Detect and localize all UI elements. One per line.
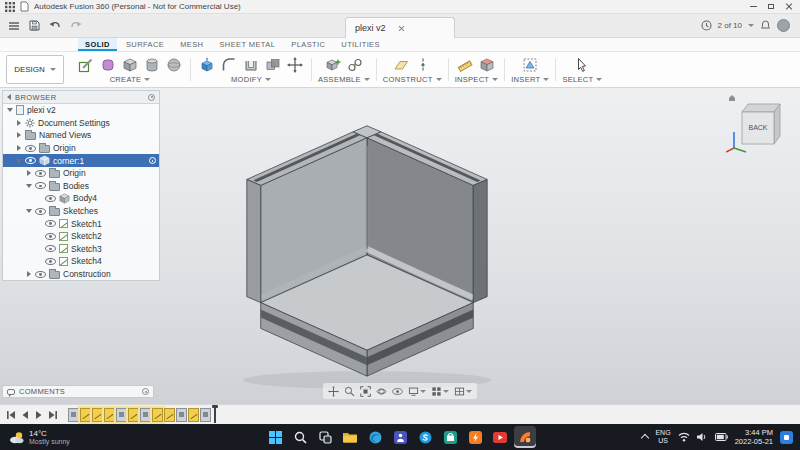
pan-button[interactable] — [326, 384, 341, 398]
browser-row-sketch1[interactable]: Sketch1 — [3, 217, 159, 230]
maximize-button[interactable] — [762, 0, 780, 13]
tab-mesh[interactable]: MESH — [173, 38, 210, 51]
close-button[interactable] — [780, 0, 798, 13]
expand-open-icon[interactable] — [25, 184, 32, 188]
expand-closed-icon[interactable] — [15, 145, 22, 151]
visibility-eye-icon[interactable] — [45, 195, 56, 202]
visibility-eye-icon[interactable] — [35, 208, 46, 215]
timeline-feature[interactable] — [116, 408, 127, 422]
file-menu-button[interactable] — [8, 21, 20, 31]
tab-sheet-metal[interactable]: SHEET METAL — [212, 38, 282, 51]
expand-open-icon[interactable] — [25, 209, 32, 213]
visibility-eye-icon[interactable] — [45, 220, 56, 227]
create-form-button[interactable] — [98, 55, 118, 74]
timeline-sketch[interactable] — [92, 408, 103, 422]
document-tab[interactable]: plexi v2 — [345, 17, 455, 38]
activate-component-radio[interactable] — [149, 157, 156, 164]
box-button[interactable] — [120, 55, 140, 74]
insert-button[interactable] — [520, 55, 540, 74]
modify-dropdown[interactable]: MODIFY — [231, 75, 271, 84]
document-tab-close-icon[interactable] — [398, 25, 405, 32]
language-indicator[interactable]: ENG US — [655, 429, 670, 446]
tab-solid[interactable]: SOLID — [78, 38, 117, 51]
timeline-feature[interactable] — [68, 408, 79, 422]
browser-row-sketches[interactable]: Sketches — [3, 205, 159, 218]
press-pull-button[interactable] — [197, 55, 217, 74]
visibility-eye-icon[interactable] — [35, 182, 46, 189]
fillet-button[interactable] — [219, 55, 239, 74]
skype-button[interactable] — [414, 426, 436, 448]
browser-row-sketch2[interactable]: Sketch2 — [3, 230, 159, 243]
timeline-position-marker[interactable] — [214, 406, 216, 423]
look-at-button[interactable] — [390, 384, 405, 398]
job-status-icon[interactable] — [701, 20, 712, 31]
browser-row-sketch4[interactable]: Sketch4 — [3, 255, 159, 268]
teams-button[interactable] — [389, 426, 411, 448]
insert-dropdown[interactable]: INSERT — [511, 75, 549, 84]
visibility-eye-icon[interactable] — [45, 258, 56, 265]
timeline-go-to-end-button[interactable] — [46, 408, 59, 422]
construction-axis-button[interactable] — [413, 55, 433, 74]
browser-row-corner-component[interactable]: corner:1 — [3, 154, 159, 167]
browser-row-construction[interactable]: Construction — [3, 268, 159, 281]
select-dropdown[interactable]: SELECT — [562, 75, 602, 84]
timeline-go-to-start-button[interactable] — [4, 408, 17, 422]
inspect-dropdown[interactable]: INSPECT — [455, 75, 499, 84]
tab-surface[interactable]: SURFACE — [119, 38, 171, 51]
visibility-eye-icon[interactable] — [25, 157, 36, 164]
create-dropdown[interactable]: CREATE — [110, 75, 151, 84]
measure-button[interactable] — [455, 55, 475, 74]
timeline-step-back-button[interactable] — [18, 408, 31, 422]
timeline-feature[interactable] — [176, 408, 187, 422]
expand-closed-icon[interactable] — [25, 271, 32, 277]
redo-button[interactable] — [70, 21, 82, 31]
save-button[interactable] — [29, 20, 40, 31]
nitro-button[interactable] — [464, 426, 486, 448]
move-button[interactable] — [285, 55, 305, 74]
zoom-button[interactable] — [342, 384, 357, 398]
user-avatar[interactable] — [777, 19, 790, 32]
section-analysis-button[interactable] — [477, 55, 497, 74]
weather-widget[interactable]: 14°C Mostly sunny — [0, 424, 79, 450]
view-cube[interactable]: BACK — [726, 92, 788, 154]
timeline-sketch[interactable] — [164, 408, 175, 422]
minimize-button[interactable] — [744, 0, 762, 13]
expand-open-icon[interactable] — [6, 108, 13, 112]
select-button[interactable] — [572, 55, 592, 74]
visibility-eye-icon[interactable] — [35, 170, 46, 177]
shell-button[interactable] — [241, 55, 261, 74]
battery-icon[interactable] — [715, 433, 728, 441]
expand-open-icon[interactable] — [15, 159, 22, 163]
clock[interactable]: 3:44 PM 2022-05-21 — [735, 428, 773, 447]
timeline-sketch[interactable] — [188, 408, 199, 422]
browser-row-origin[interactable]: Origin — [3, 142, 159, 155]
timeline-sketch[interactable] — [80, 408, 91, 422]
grid-settings-button[interactable] — [429, 384, 451, 398]
timeline-sketch[interactable] — [128, 408, 139, 422]
cylinder-button[interactable] — [142, 55, 162, 74]
model-corner-bracket[interactable] — [213, 100, 521, 392]
expand-closed-icon[interactable] — [15, 120, 22, 126]
tab-utilities[interactable]: UTILITIES — [334, 38, 387, 51]
panel-options-icon[interactable] — [142, 388, 149, 395]
fit-button[interactable] — [358, 384, 373, 398]
volume-icon[interactable] — [697, 432, 708, 442]
visibility-eye-icon[interactable] — [45, 233, 56, 240]
visibility-eye-icon[interactable] — [35, 271, 46, 278]
notification-bell-icon[interactable] — [760, 20, 771, 31]
orbit-button[interactable] — [374, 384, 389, 398]
timeline-sketch[interactable] — [104, 408, 115, 422]
tab-plastic[interactable]: PLASTIC — [284, 38, 332, 51]
create-sketch-button[interactable] — [76, 55, 96, 74]
comments-panel[interactable]: COMMENTS — [2, 385, 154, 398]
browser-row-sketch3[interactable]: Sketch3 — [3, 243, 159, 256]
fusion-360-button[interactable] — [514, 426, 536, 448]
browser-row-document-settings[interactable]: Document Settings — [3, 117, 159, 130]
assemble-dropdown[interactable]: ASSEMBLE — [318, 75, 370, 84]
hidden-icons-chevron[interactable] — [641, 434, 649, 442]
timeline-feature[interactable] — [140, 408, 151, 422]
browser-header[interactable]: BROWSER — [3, 91, 159, 104]
timeline-play-button[interactable] — [32, 408, 45, 422]
browser-row-body4[interactable]: Body4 — [3, 192, 159, 205]
file-explorer-button[interactable] — [339, 426, 361, 448]
